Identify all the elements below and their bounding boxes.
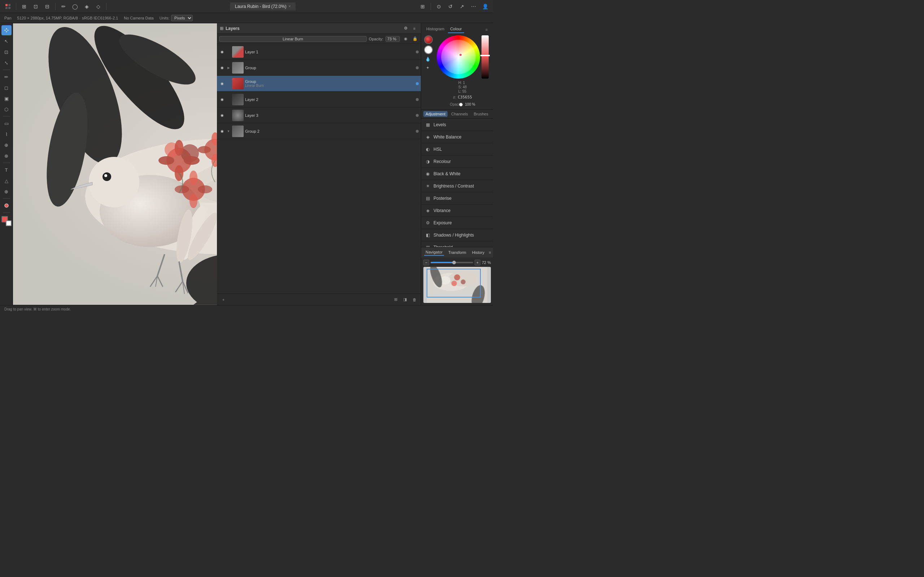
document-close[interactable]: × — [288, 4, 291, 8]
adj-item-hsl[interactable]: ◐ HSL — [421, 143, 493, 155]
canvas[interactable] — [13, 23, 217, 305]
adj-tab-channels[interactable]: Channels — [449, 111, 470, 117]
layer-delete-btn[interactable]: 🗑 — [411, 296, 418, 303]
layer-vis-icon[interactable]: ◉ — [219, 113, 225, 118]
app-icon[interactable] — [3, 2, 13, 11]
user-icon[interactable]: 👤 — [480, 2, 490, 11]
adj-item-exposure[interactable]: ⚙ Exposure — [421, 217, 493, 229]
layer-vis-icon[interactable]: ◉ — [219, 65, 225, 71]
layer-expand-icon[interactable] — [226, 50, 231, 54]
units-select[interactable]: Pixels — [171, 15, 193, 21]
tool-icon-2[interactable]: ⊡ — [31, 2, 41, 11]
zoom-slider-thumb[interactable] — [452, 261, 456, 264]
pan-tool[interactable] — [2, 25, 11, 35]
adj-item-levels[interactable]: ▦ Levels — [421, 119, 493, 131]
nav-tab-navigator[interactable]: Navigator — [424, 249, 444, 256]
nav-preview-rect[interactable] — [426, 269, 481, 298]
nav-tab-history[interactable]: History — [471, 250, 486, 255]
layer-mask-btn[interactable]: ◨ — [401, 296, 409, 303]
eyedropper2-icon[interactable]: ✦ — [424, 64, 431, 71]
layers-menu-btn[interactable]: ≡ — [411, 25, 418, 32]
eyedropper-tool[interactable] — [2, 200, 11, 211]
opacity-input[interactable] — [386, 36, 400, 42]
background-color[interactable] — [6, 220, 11, 226]
text-tool[interactable]: T — [2, 165, 11, 175]
nav-tab-transform[interactable]: Transform — [447, 250, 468, 255]
colour-wheel[interactable] — [437, 35, 480, 79]
layer-expand-icon[interactable] — [226, 82, 231, 86]
layer-item[interactable]: ◉ Group Linear Burn — [217, 76, 421, 92]
layer-expand-icon[interactable]: ▶ — [226, 66, 231, 70]
adj-item-posterise[interactable]: ▤ Posterise — [421, 192, 493, 205]
tool-icon-1[interactable]: ⊞ — [19, 2, 29, 11]
assistant-icon[interactable]: ⊙ — [434, 2, 444, 11]
shape-tool[interactable]: △ — [2, 176, 11, 186]
colour-wheel-dot[interactable] — [459, 53, 462, 56]
zoom-minus-btn[interactable]: − — [423, 259, 429, 266]
secondary-color-swatch[interactable] — [424, 45, 433, 54]
adj-tab-brushes[interactable]: Brushes — [472, 111, 491, 117]
zoom-tool[interactable]: ⊕ — [2, 187, 11, 197]
eyedropper-icon[interactable]: 💧 — [424, 56, 431, 63]
adj-tab-stock[interactable]: Stock — [492, 111, 493, 117]
layer-vis-icon[interactable]: ◉ — [219, 128, 225, 134]
adj-item-recolour[interactable]: ◑ Recolour — [421, 155, 493, 168]
layers-settings-btn[interactable]: ⚙ — [402, 25, 409, 32]
tool-icon-7[interactable]: ◇ — [93, 2, 103, 11]
layer-group-btn[interactable]: ⊞ — [392, 296, 399, 303]
layer-expand-icon[interactable]: ▼ — [226, 129, 231, 134]
layer-add-btn[interactable]: + — [220, 296, 227, 303]
layer-lock-btn[interactable]: 🔒 — [412, 35, 419, 43]
layer-visibility-btn[interactable]: ◉ — [402, 35, 409, 43]
layer-expand-icon[interactable] — [226, 113, 231, 118]
crop-tool[interactable]: ⊡ — [2, 47, 11, 57]
primary-color-swatch[interactable] — [424, 35, 433, 44]
lasso-tool[interactable]: ⌇ — [2, 129, 11, 139]
layer-vis-icon[interactable]: ◉ — [219, 81, 225, 87]
nav-menu-btn[interactable]: ≡ — [489, 249, 491, 256]
layer-vis-icon[interactable]: ◉ — [219, 97, 225, 102]
colour-menu-btn[interactable]: ≡ — [483, 26, 490, 33]
canvas-area[interactable]: NormalDarkenMultiplyColour Burn✓Linear B… — [13, 23, 217, 305]
adj-item-black-&-white[interactable]: ◉ Black & White — [421, 168, 493, 180]
adj-item-threshold[interactable]: ▥ Threshold — [421, 241, 493, 247]
colour-tab[interactable]: Colour — [448, 26, 464, 33]
tool-icon-3[interactable]: ⊟ — [42, 2, 52, 11]
heal-tool[interactable]: ⊗ — [2, 151, 11, 161]
document-tab[interactable]: Laura Rubin - Bird (72.0%) × — [230, 3, 296, 10]
histogram-tab[interactable]: Histogram — [424, 26, 446, 33]
tool-icon-6[interactable]: ◈ — [82, 2, 92, 11]
erase-tool[interactable]: ◻ — [2, 82, 11, 93]
layer-item[interactable]: ◉ ▼ Group 2 — [217, 123, 421, 139]
blend-mode-button[interactable]: Linear Burn — [219, 36, 367, 42]
adj-item-white-balance[interactable]: ◈ White Balance — [421, 131, 493, 143]
adj-tab-adjustment[interactable]: Adjustment — [423, 111, 447, 117]
vector-tool[interactable]: ⬡ — [2, 104, 11, 114]
layer-expand-icon[interactable] — [226, 97, 231, 102]
layer-item[interactable]: ◉ ▶ Group — [217, 60, 421, 76]
adj-item-shadows---highlights[interactable]: ◧ Shadows / Highlights — [421, 229, 493, 241]
share-icon[interactable]: ↗ — [457, 2, 467, 11]
history-icon[interactable]: ↺ — [446, 2, 456, 11]
select-tool[interactable]: ▭ — [2, 118, 11, 128]
move-tool[interactable]: ↖ — [2, 36, 11, 46]
fill-tool[interactable]: ▣ — [2, 93, 11, 103]
clone-tool[interactable]: ⊕ — [2, 140, 11, 150]
opacity-slider-thumb[interactable] — [459, 103, 463, 106]
layer-vis-icon[interactable]: ◉ — [219, 49, 225, 55]
view-icon[interactable]: ⊞ — [418, 2, 428, 11]
zoom-plus-btn[interactable]: + — [475, 259, 480, 266]
adj-item-vibrance[interactable]: ◈ Vibrance — [421, 205, 493, 217]
adj-item-brightness---contrast[interactable]: ☀ Brightness / Contrast — [421, 180, 493, 192]
layer-item[interactable]: ◉ Layer 1 — [217, 44, 421, 60]
colour-swatch-strip[interactable] — [481, 35, 489, 79]
layer-item[interactable]: ◉ Layer 3 — [217, 108, 421, 123]
paint-tool[interactable]: ✏ — [2, 72, 11, 82]
tool-icon-5[interactable]: ◯ — [70, 2, 80, 11]
nav-preview[interactable] — [423, 267, 491, 303]
tool-icon-4[interactable]: ✏ — [58, 2, 69, 11]
layer-item[interactable]: ◉ Layer 2 — [217, 92, 421, 108]
more-icon[interactable]: ⋯ — [468, 2, 478, 11]
transform-tool[interactable]: ⤡ — [2, 58, 11, 68]
zoom-slider[interactable] — [431, 262, 473, 263]
